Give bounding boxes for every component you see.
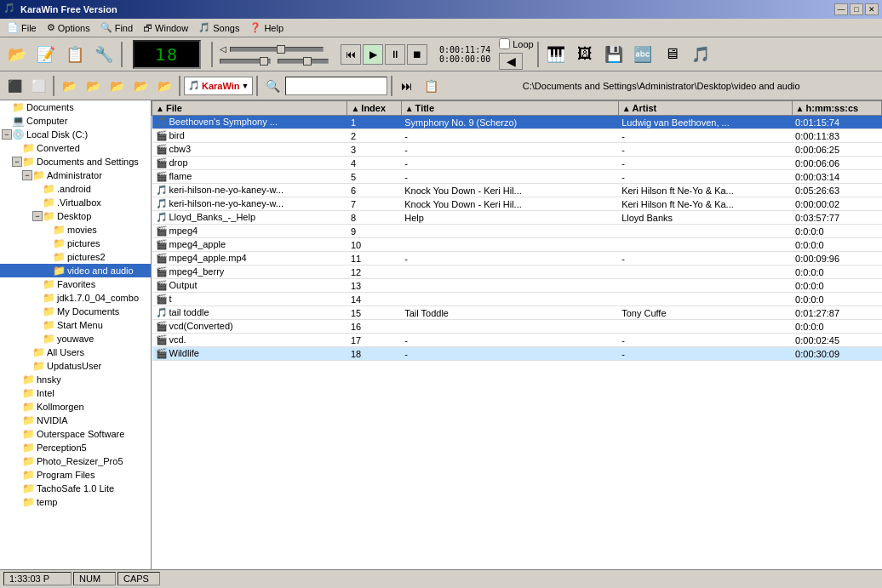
tree-item-favorites[interactable]: 📁Favorites <box>0 277 151 291</box>
expand-btn-perception5[interactable] <box>12 442 22 453</box>
table-row[interactable]: 🎬vcd(Converted)160:0:0:0 <box>152 320 882 334</box>
tree-item-pictures[interactable]: 📁pictures <box>0 237 151 250</box>
expand-btn-all-users[interactable] <box>22 347 32 357</box>
table-row[interactable]: 🎵Beethoven's Symphony ...1Symphony No. 9… <box>152 116 882 129</box>
tree-item-updatususer[interactable]: 📁UpdatusUser <box>0 359 151 373</box>
loop-control[interactable]: Loop <box>499 38 533 49</box>
tree-item-video-and-audio[interactable]: 📁video and audio <box>0 264 151 277</box>
expand-btn-desktop[interactable]: − <box>32 211 43 221</box>
tree-item-program-files[interactable]: 📁Program Files <box>0 468 151 482</box>
progress-track[interactable] <box>230 47 324 52</box>
tree-item-kollmorgen[interactable]: 📁Kollmorgen <box>0 400 151 414</box>
expand-btn-pictures2[interactable] <box>43 252 53 262</box>
tb2-btn-jump[interactable]: ⏭ <box>396 75 418 97</box>
table-row[interactable]: 🎬mpeg4_apple100:0:0:0 <box>152 238 882 252</box>
menu-find[interactable]: 🔍 Find <box>95 20 138 37</box>
tree-item-docs-and-settings[interactable]: −📁Documents and Settings <box>0 155 151 168</box>
tree-item-administrator[interactable]: −📁Administrator <box>0 168 151 182</box>
col-header-index[interactable]: ▲Index <box>347 101 401 116</box>
tree-item-android[interactable]: 📁.android <box>0 182 151 196</box>
tree-item-intel[interactable]: 📁Intel <box>0 386 151 400</box>
expand-btn-tachosafe[interactable] <box>12 483 22 494</box>
prev-button[interactable]: ⏮ <box>341 44 361 65</box>
tree-item-photo-resizer[interactable]: 📁Photo_Resizer_Pro5 <box>0 454 151 468</box>
karawin-dropdown[interactable]: 🎵 KaraWin ▼ <box>184 77 253 95</box>
table-row[interactable]: 🎵Lloyd_Banks_-_Help8HelpLloyd Banks0:03:… <box>152 211 882 225</box>
stop-button[interactable]: ⏹ <box>407 44 427 65</box>
col-header-title[interactable]: ▲Title <box>401 101 618 116</box>
expand-btn-computer[interactable] <box>2 116 12 126</box>
expand-btn-virtualbox[interactable] <box>32 197 43 208</box>
table-row[interactable]: 🎬Output130:0:0:0 <box>152 279 882 293</box>
tb2-search-btn[interactable]: 🔍 <box>261 75 284 97</box>
toolbar-btn-7[interactable]: 💾 <box>600 41 627 68</box>
close-button[interactable]: ✕ <box>865 3 879 15</box>
expand-btn-docs-and-settings[interactable]: − <box>12 157 22 167</box>
expand-btn-documents[interactable] <box>2 102 12 112</box>
toolbar-btn-2[interactable]: 📝 <box>32 41 60 68</box>
col-header-file[interactable]: ▲File <box>152 101 347 116</box>
expand-btn-photo-resizer[interactable] <box>12 456 22 466</box>
toolbar-btn-4[interactable]: 🔧 <box>90 41 117 68</box>
col-header-duration[interactable]: ▲h:mm:ss:cs <box>792 101 881 116</box>
expand-btn-temp[interactable] <box>12 497 22 507</box>
menu-options[interactable]: ⚙ Options <box>42 20 95 37</box>
expand-btn-my-documents[interactable] <box>32 306 43 317</box>
tree-item-nvidia[interactable]: 📁NVIDIA <box>0 414 151 427</box>
toolbar-btn-3[interactable]: 📋 <box>61 41 89 68</box>
toolbar-btn-10[interactable]: 🎵 <box>687 41 714 68</box>
tree-item-hnsky[interactable]: 📁hnsky <box>0 373 151 386</box>
expand-btn-converted[interactable] <box>12 143 22 153</box>
volume-thumb[interactable] <box>260 57 268 66</box>
table-row[interactable]: 🎬flame5--0:00:03:14 <box>152 170 882 184</box>
table-row[interactable]: 🎬vcd.17--0:00:02:45 <box>152 334 882 347</box>
tree-item-desktop[interactable]: −📁Desktop <box>0 209 151 223</box>
tree-item-movies[interactable]: 📁movies <box>0 223 151 237</box>
pitch-track[interactable] <box>278 59 329 64</box>
play-button[interactable]: ▶ <box>363 44 383 65</box>
expand-btn-kollmorgen[interactable] <box>12 402 22 412</box>
table-row[interactable]: 🎬Wildlife18--0:00:30:09 <box>152 347 882 361</box>
tree-item-pictures2[interactable]: 📁pictures2 <box>0 250 151 264</box>
tb2-btn-5[interactable]: 📂 <box>106 75 128 97</box>
tree-item-computer[interactable]: 💻Computer <box>0 114 151 128</box>
search-input[interactable] <box>285 77 387 95</box>
toolbar-btn-8[interactable]: 🔤 <box>629 41 656 68</box>
maximize-button[interactable]: □ <box>850 3 863 15</box>
expand-btn-android[interactable] <box>32 184 43 194</box>
menu-file[interactable]: 📄 File <box>2 20 42 37</box>
nav-button[interactable]: ◀ <box>499 53 523 70</box>
pitch-thumb[interactable] <box>303 57 312 66</box>
progress-thumb[interactable] <box>277 45 285 54</box>
expand-btn-program-files[interactable] <box>12 470 22 480</box>
loop-checkbox[interactable] <box>499 38 510 49</box>
tree-item-tachosafe[interactable]: 📁TachoSafe 1.0 Lite <box>0 482 151 495</box>
expand-btn-nvidia[interactable] <box>12 415 22 425</box>
tb2-btn-3[interactable]: 📂 <box>58 75 80 97</box>
expand-btn-favorites[interactable] <box>32 279 43 289</box>
toolbar-btn-1[interactable]: 📂 <box>3 41 31 68</box>
tb2-btn-6[interactable]: 📂 <box>129 75 152 97</box>
expand-btn-local-disk[interactable]: − <box>2 129 12 140</box>
table-row[interactable]: 🎬mpeg4_berry120:0:0:0 <box>152 265 882 279</box>
expand-btn-outerspace[interactable] <box>12 429 22 439</box>
tb2-btn-queue[interactable]: 📋 <box>420 75 442 97</box>
toolbar-btn-6[interactable]: 🖼 <box>571 41 598 68</box>
tree-item-temp[interactable]: 📁temp <box>0 495 151 509</box>
expand-btn-movies[interactable] <box>43 225 53 235</box>
volume-track[interactable] <box>220 59 271 64</box>
col-header-artist[interactable]: ▲Artist <box>618 101 792 116</box>
tb2-btn-7[interactable]: 📂 <box>153 75 175 97</box>
tree-item-jdk[interactable]: 📁jdk1.7.0_04_combo <box>0 291 151 305</box>
expand-btn-start-menu[interactable] <box>32 320 43 330</box>
expand-btn-administrator[interactable]: − <box>22 170 32 180</box>
table-row[interactable]: 🎬mpeg490:0:0:0 <box>152 225 882 238</box>
table-row[interactable]: 🎵keri-hilson-ne-yo-kaney-w...7Knock You … <box>152 197 882 211</box>
expand-btn-intel[interactable] <box>12 388 22 398</box>
table-row[interactable]: 🎬mpeg4_apple.mp411--0:00:09:96 <box>152 252 882 265</box>
tb2-btn-2[interactable]: ⬜ <box>27 75 49 97</box>
tree-item-converted[interactable]: 📁Converted <box>0 141 151 155</box>
table-row[interactable]: 🎵keri-hilson-ne-yo-kaney-w...6Knock You … <box>152 184 882 197</box>
table-row[interactable]: 🎵tail toddle15Tail ToddleTony Cuffe0:01:… <box>152 306 882 320</box>
tree-item-perception5[interactable]: 📁Perception5 <box>0 441 151 454</box>
